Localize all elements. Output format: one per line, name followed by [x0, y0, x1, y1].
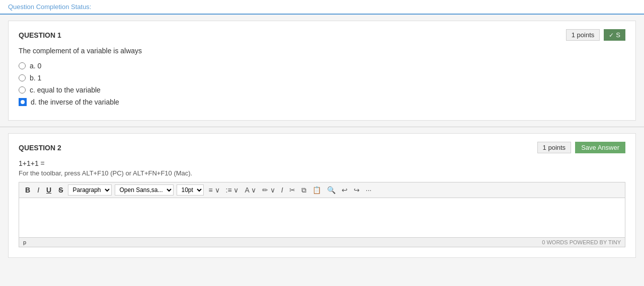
size-select[interactable]: 10pt — [177, 184, 204, 196]
option-b-label: b. 1 — [30, 74, 41, 82]
option-d-label: d. the inverse of the variable — [31, 98, 119, 106]
question-1-text: The complement of a variable is always — [19, 47, 625, 55]
italic-button[interactable]: I — [35, 185, 41, 195]
question-1-block: QUESTION 1 1 points ✓ S The complement o… — [8, 21, 636, 121]
top-bar: Question Completion Status: — [0, 0, 644, 15]
option-a-label: a. 0 — [30, 62, 41, 70]
option-c[interactable]: c. equal to the variable — [19, 86, 625, 94]
option-a[interactable]: a. 0 — [19, 62, 625, 70]
question-2-header: QUESTION 2 1 points Save Answer — [19, 142, 625, 153]
editor-paragraph-indicator: p — [23, 239, 26, 245]
question-1-meta: 1 points ✓ S — [566, 29, 625, 41]
question-1-header: QUESTION 1 1 points ✓ S — [19, 29, 625, 41]
unordered-list-button[interactable]: ≡ ∨ — [207, 185, 221, 195]
editor-toolbar: B I U S Paragraph Open Sans,sa... 10pt ≡… — [19, 182, 625, 198]
option-d[interactable]: d. the inverse of the variable — [19, 98, 625, 106]
question-1-save-button[interactable]: ✓ S — [604, 29, 625, 41]
radio-b[interactable] — [19, 74, 26, 81]
bold-button[interactable]: B — [23, 185, 32, 195]
more-button[interactable]: ··· — [364, 185, 373, 195]
italic-format-button[interactable]: I — [280, 185, 285, 195]
radio-a[interactable] — [19, 62, 26, 69]
cut-button[interactable]: ✂ — [288, 185, 297, 195]
question-2-title: QUESTION 2 — [19, 144, 61, 152]
search-button[interactable]: 🔍 — [326, 185, 337, 195]
question-2-hint: For the toolbar, press ALT+F10 (PC) or A… — [19, 169, 625, 177]
font-color-button[interactable]: A ∨ — [244, 185, 258, 195]
question-1-save-label: S — [616, 31, 620, 39]
radio-c[interactable] — [19, 86, 26, 93]
question-2-meta: 1 points Save Answer — [537, 142, 625, 153]
editor-footer: p 0 WORDS POWERED BY TINY — [19, 238, 625, 247]
powered-label: POWERED BY TINY — [570, 239, 621, 245]
highlight-button[interactable]: ✏ ∨ — [261, 185, 277, 195]
paste-button[interactable]: 📋 — [311, 185, 323, 195]
section-divider — [0, 127, 644, 127]
radio-d-selected[interactable] — [19, 98, 27, 106]
font-select[interactable]: Open Sans,sa... — [115, 184, 174, 196]
undo-button[interactable]: ↩ — [340, 185, 349, 195]
underline-button[interactable]: U — [44, 185, 53, 195]
option-b[interactable]: b. 1 — [19, 74, 625, 82]
checkmark-icon: ✓ — [609, 32, 614, 39]
redo-button[interactable]: ↪ — [352, 185, 361, 195]
words-label: 0 WORDS — [542, 239, 568, 245]
question-2-points: 1 points — [537, 142, 572, 153]
question-1-title: QUESTION 1 — [19, 31, 61, 39]
option-c-label: c. equal to the variable — [30, 86, 101, 94]
ordered-list-button[interactable]: :≡ ∨ — [224, 185, 240, 195]
question-2-expression: 1+1+1 = — [19, 159, 625, 167]
question-2-block: QUESTION 2 1 points Save Answer 1+1+1 = … — [8, 133, 636, 258]
editor-area[interactable] — [19, 198, 625, 238]
page-content: QUESTION 1 1 points ✓ S The complement o… — [0, 21, 644, 258]
completion-status-label: Question Completion Status: — [8, 3, 91, 11]
paragraph-select[interactable]: Paragraph — [68, 184, 112, 196]
editor-word-count: 0 WORDS POWERED BY TINY — [542, 239, 621, 245]
strikethrough-button[interactable]: S — [56, 185, 65, 195]
question-1-points: 1 points — [566, 29, 600, 41]
question-2-save-button[interactable]: Save Answer — [575, 142, 625, 153]
copy-button[interactable]: ⧉ — [300, 185, 308, 196]
